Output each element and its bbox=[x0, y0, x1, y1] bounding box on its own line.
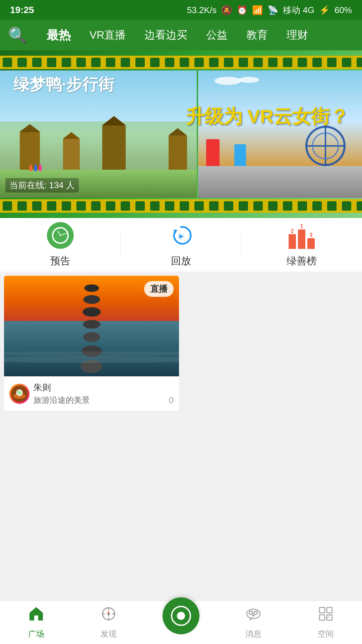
space-icon bbox=[317, 605, 334, 626]
replay-label: 回放 bbox=[171, 254, 191, 268]
network-speed: 53.2K/s bbox=[187, 5, 217, 15]
replay-icon bbox=[168, 222, 194, 249]
messages-label: 消息 bbox=[245, 629, 261, 639]
category-replay[interactable]: 回放 bbox=[121, 222, 241, 268]
nav-item-vr[interactable]: VR直播 bbox=[80, 28, 135, 43]
nav-bottom-messages[interactable]: 消息 bbox=[217, 605, 290, 639]
charging-icon: ⚡ bbox=[319, 5, 330, 15]
nav-item-education[interactable]: 教育 bbox=[237, 28, 277, 43]
svg-point-20 bbox=[249, 611, 253, 614]
nav-item-hot[interactable]: 最热 bbox=[37, 27, 80, 44]
avatar-1 bbox=[9, 384, 29, 404]
camera-inner bbox=[177, 612, 185, 620]
filmstrip-bottom bbox=[0, 199, 362, 213]
video-info-1: 朱则 旅游沿途的美景 0 bbox=[4, 376, 179, 411]
svg-point-8 bbox=[18, 393, 20, 395]
online-count: 当前在线: 134 人 bbox=[5, 178, 79, 193]
video-meta-1: 朱则 旅游沿途的美景 bbox=[34, 382, 174, 406]
video-thumbnail-1: 直播 bbox=[4, 276, 179, 376]
banner-subtitle: 升级为 VR云女街？ bbox=[186, 104, 349, 129]
ranking-label: 绿善榜 bbox=[287, 254, 317, 268]
svg-rect-24 bbox=[319, 607, 325, 613]
nav-item-charity[interactable]: 公益 bbox=[197, 28, 237, 43]
view-count-1: 0 bbox=[169, 395, 174, 406]
ranking-icon: 2 1 3 bbox=[288, 222, 315, 249]
search-button[interactable]: 🔍 bbox=[8, 26, 27, 44]
camera-button[interactable] bbox=[163, 597, 199, 634]
nav-item-finance[interactable]: 理财 bbox=[277, 28, 317, 43]
discover-icon bbox=[100, 605, 117, 626]
nav-items: 最热 VR直播 边看边买 公益 教育 理财 bbox=[37, 27, 354, 44]
category-ranking[interactable]: 2 1 3 绿善榜 bbox=[241, 222, 362, 268]
camera-icon bbox=[171, 606, 191, 626]
status-time: 19:25 bbox=[10, 5, 34, 15]
battery-label: 60% bbox=[335, 5, 352, 15]
status-bar: 19:25 53.2K/s 🔕 ⏰ 📶 📡 移动 4G ⚡ 60% bbox=[0, 0, 362, 20]
carrier-label: 移动 4G bbox=[283, 4, 314, 16]
video-grid: 直播 朱则 旅游沿途的美景 bbox=[0, 272, 362, 415]
nav-bottom-space[interactable]: 空间 bbox=[290, 605, 362, 639]
banner-title: 绿梦鸭·步行街 bbox=[13, 74, 114, 95]
category-preview[interactable]: 预告 bbox=[0, 222, 121, 268]
nav-bottom-camera[interactable] bbox=[145, 611, 217, 634]
svg-rect-26 bbox=[319, 615, 325, 620]
content-area: 直播 朱则 旅游沿途的美景 bbox=[0, 272, 362, 462]
live-badge: 直播 bbox=[144, 281, 174, 297]
space-label: 空间 bbox=[318, 629, 334, 639]
svg-point-6 bbox=[17, 391, 20, 393]
mute-icon: 🔕 bbox=[221, 5, 232, 15]
filmstrip-holes-top bbox=[0, 56, 362, 69]
status-right-icons: 53.2K/s 🔕 ⏰ 📶 📡 移动 4G ⚡ 60% bbox=[187, 4, 352, 16]
nav-bottom-discover[interactable]: 发现 bbox=[72, 605, 145, 639]
filmstrip-holes-bottom bbox=[0, 199, 362, 213]
svg-rect-11 bbox=[34, 615, 38, 621]
nav-bar: 🔍 最热 VR直播 边看边买 公益 教育 理财 bbox=[0, 20, 362, 50]
messages-icon bbox=[245, 605, 262, 626]
svg-point-23 bbox=[247, 609, 260, 619]
nav-item-shop[interactable]: 边看边买 bbox=[135, 28, 197, 43]
video-desc-1: 旅游沿途的美景 bbox=[34, 395, 174, 406]
svg-marker-10 bbox=[29, 607, 43, 613]
svg-point-7 bbox=[19, 391, 21, 393]
video-card-1[interactable]: 直播 朱则 旅游沿途的美景 bbox=[4, 276, 179, 411]
video-author-1: 朱则 bbox=[34, 382, 174, 393]
alarm-icon: ⏰ bbox=[237, 5, 247, 15]
plaza-label: 广场 bbox=[28, 629, 44, 639]
discover-label: 发现 bbox=[101, 629, 117, 639]
bottom-nav: 广场 发现 bbox=[0, 600, 362, 644]
svg-point-21 bbox=[254, 611, 257, 614]
filmstrip-top bbox=[0, 56, 362, 69]
svg-rect-25 bbox=[327, 607, 332, 613]
categories: 预告 回放 2 1 bbox=[0, 218, 362, 272]
preview-icon bbox=[47, 222, 74, 249]
nav-bottom-plaza[interactable]: 广场 bbox=[0, 605, 72, 639]
svg-point-22 bbox=[252, 614, 254, 616]
wifi-icon: 📶 bbox=[252, 5, 263, 15]
plaza-icon bbox=[28, 605, 45, 626]
banner[interactable]: 绿梦鸭·步行街 升级为 VR云女街？ 当前在线: 134 人 bbox=[0, 50, 362, 218]
signal-icon: 📡 bbox=[267, 5, 278, 15]
preview-label: 预告 bbox=[50, 254, 70, 268]
